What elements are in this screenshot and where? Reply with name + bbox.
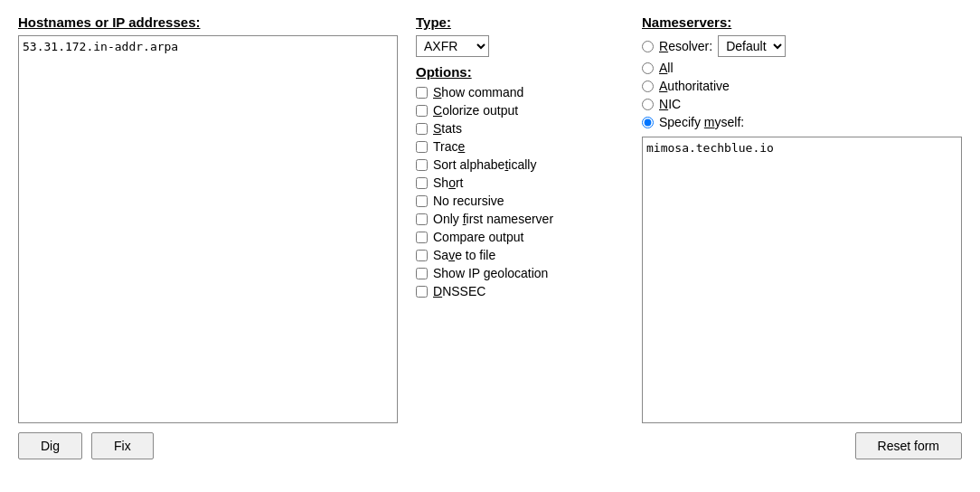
nameserver-specify-row[interactable]: Specify myself: xyxy=(642,115,962,129)
no-recursive-checkbox[interactable] xyxy=(416,195,428,207)
ns-all-radio[interactable] xyxy=(642,62,654,74)
reset-form-button[interactable]: Reset form xyxy=(855,432,962,459)
ns-specify-radio[interactable] xyxy=(642,117,654,128)
hostnames-label: Hostnames or IP addresses: xyxy=(18,14,398,30)
trace-checkbox[interactable] xyxy=(416,141,428,153)
sort-alphabetically-label: Sort alphabetically xyxy=(433,157,536,172)
dnssec-checkbox[interactable] xyxy=(416,286,428,298)
option-only-first-nameserver[interactable]: Only first nameserver xyxy=(416,212,624,226)
stats-checkbox[interactable] xyxy=(416,123,428,135)
ns-all-label: All xyxy=(659,61,674,75)
option-stats[interactable]: Stats xyxy=(416,121,624,136)
bottom-bar: Dig Fix Reset form xyxy=(18,432,962,459)
option-sort-alphabetically[interactable]: Sort alphabetically xyxy=(416,157,624,172)
trace-label: Trace xyxy=(433,139,465,154)
dnssec-label: DNSSEC xyxy=(433,284,485,298)
show-command-label: Show command xyxy=(433,85,523,99)
ns-resolver-label: Resolver: xyxy=(659,39,712,53)
nameserver-nic-row[interactable]: NIC xyxy=(642,97,962,111)
stats-label: Stats xyxy=(433,121,462,136)
compare-output-checkbox[interactable] xyxy=(416,232,428,243)
option-save-to-file[interactable]: Save to file xyxy=(416,248,624,262)
fix-button[interactable]: Fix xyxy=(91,432,154,459)
show-ip-geolocation-label: Show IP geolocation xyxy=(433,266,548,280)
nameserver-authoritative-row[interactable]: Authoritative xyxy=(642,79,962,93)
option-compare-output[interactable]: Compare output xyxy=(416,230,624,244)
option-dnssec[interactable]: DNSSEC xyxy=(416,284,624,298)
option-no-recursive[interactable]: No recursive xyxy=(416,194,624,208)
ns-nic-label: NIC xyxy=(659,97,681,111)
compare-output-label: Compare output xyxy=(433,230,523,244)
bottom-bar-right: Reset form xyxy=(855,432,962,459)
option-trace[interactable]: Trace xyxy=(416,139,624,154)
hostnames-textarea[interactable] xyxy=(18,35,398,423)
show-command-checkbox[interactable] xyxy=(416,87,428,99)
type-select[interactable]: A AAAA ANY AXFR CNAME MX NS PTR SOA SRV … xyxy=(416,35,489,57)
ns-authoritative-radio[interactable] xyxy=(642,80,654,92)
colorize-output-checkbox[interactable] xyxy=(416,105,428,117)
option-show-ip-geolocation[interactable]: Show IP geolocation xyxy=(416,266,624,280)
nameserver-resolver-row[interactable]: Resolver: Default 8.8.8.8 1.1.1.1 xyxy=(642,35,962,57)
options-label: Options: xyxy=(416,64,624,80)
nameserver-specify-textarea[interactable] xyxy=(642,137,962,423)
ns-specify-label: Specify myself: xyxy=(659,115,744,129)
nameservers-label: Nameservers: xyxy=(642,14,962,30)
save-to-file-checkbox[interactable] xyxy=(416,250,428,261)
type-label: Type: xyxy=(416,14,624,30)
show-ip-geolocation-checkbox[interactable] xyxy=(416,268,428,279)
resolver-select[interactable]: Default 8.8.8.8 1.1.1.1 xyxy=(718,35,786,57)
option-show-command[interactable]: Show command xyxy=(416,85,624,99)
nameserver-all-row[interactable]: All xyxy=(642,61,962,75)
ns-authoritative-label: Authoritative xyxy=(659,79,730,93)
sort-alphabetically-checkbox[interactable] xyxy=(416,159,428,171)
save-to-file-label: Save to file xyxy=(433,248,495,262)
ns-resolver-radio[interactable] xyxy=(642,41,654,52)
colorize-output-label: Colorize output xyxy=(433,103,518,118)
dig-button[interactable]: Dig xyxy=(18,432,82,459)
no-recursive-label: No recursive xyxy=(433,194,504,208)
option-short[interactable]: Short xyxy=(416,175,624,190)
only-first-nameserver-label: Only first nameserver xyxy=(433,212,553,226)
short-label: Short xyxy=(433,175,463,190)
ns-nic-radio[interactable] xyxy=(642,99,654,110)
only-first-nameserver-checkbox[interactable] xyxy=(416,213,428,225)
short-checkbox[interactable] xyxy=(416,177,428,189)
option-colorize-output[interactable]: Colorize output xyxy=(416,103,624,118)
